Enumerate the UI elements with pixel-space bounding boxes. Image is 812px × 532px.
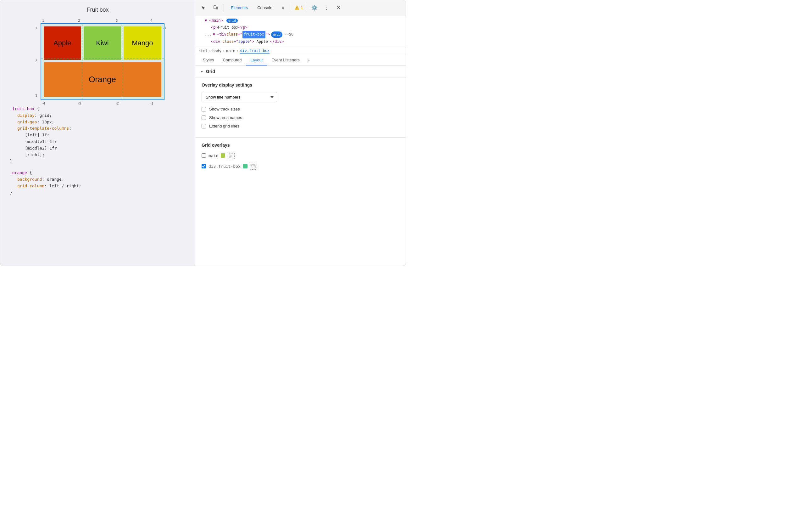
fruit-box-icon-btn[interactable] <box>250 163 257 170</box>
grid-overlays-section: Grid overlays main div.fruit-box <box>195 138 406 179</box>
overlay-settings-title: Overlay display settings <box>202 83 400 87</box>
dom-dollar: $0 <box>289 31 293 38</box>
checkbox-row-extend-lines: Extend grid lines <box>202 124 400 128</box>
code-prop-grid-template: grid-template-columns <box>17 126 69 131</box>
settings-icon-btn[interactable]: ⚙️ <box>309 3 320 13</box>
right-panel: Elements Console » ⚠️ 1 ⚙️ ⋮ ✕ ▼ <main> … <box>195 0 406 266</box>
label-area-names: Show area names <box>209 115 242 120</box>
svg-rect-1 <box>216 7 218 9</box>
overlay-row-main: main <box>202 152 400 159</box>
grid-num-top-2: 2 <box>78 19 80 22</box>
grid-num-bottom-3: -2 <box>116 102 119 105</box>
left-panel: Fruit box 1 2 3 4 1 2 3 -1 -4 -3 -2 -1 <box>0 0 195 266</box>
dropdown-row[interactable]: Show line numbers Show track sizes Show … <box>202 92 400 102</box>
code-block-fruit-box: .fruit-box { display: grid; grid-gap: 10… <box>10 106 186 165</box>
toolbar-divider-2 <box>291 4 291 12</box>
checkbox-row-track-sizes: Show track sizes <box>202 107 400 111</box>
warning-icon: ⚠️ <box>294 5 300 10</box>
dom-equals: == <box>284 31 289 38</box>
code-val-middle2: [middle2] 1fr <box>25 146 57 151</box>
label-track-sizes: Show track sizes <box>209 107 240 111</box>
grid-badge-fruit-box: grid <box>271 31 282 38</box>
cursor-icon-btn[interactable] <box>199 3 208 13</box>
code-section: .fruit-box { display: grid; grid-gap: 10… <box>10 106 186 196</box>
grid-num-left-3: 3 <box>35 94 38 97</box>
grid-section-label: Grid <box>206 69 215 74</box>
bc-body[interactable]: body <box>212 49 221 53</box>
label-extend-lines: Extend grid lines <box>209 124 239 128</box>
tab-event-listeners[interactable]: Event Listeners <box>267 55 304 66</box>
dom-ellipsis: ... <box>205 31 212 38</box>
grid-hline-1 <box>41 58 164 59</box>
console-tab-btn[interactable]: Console <box>253 3 276 12</box>
warning-indicator: ⚠️ 1 <box>294 5 303 10</box>
fruit-box-color-swatch <box>243 164 247 168</box>
grid-badge-main: grid <box>227 18 238 23</box>
code-val-left: [left] 1fr <box>25 132 49 137</box>
dom-line-fruit-box[interactable]: ... ▼ <div class="fruit-box"> grid == $0 <box>199 31 403 38</box>
dom-line-main[interactable]: ▼ <main> grid <box>199 17 403 24</box>
toolbar-divider-1 <box>223 4 224 12</box>
overlay-settings: Overlay display settings Show line numbe… <box>195 78 406 138</box>
more-options-btn[interactable]: ⋮ <box>321 3 332 13</box>
close-btn[interactable]: ✕ <box>333 3 344 13</box>
device-toggle-btn[interactable] <box>211 3 220 13</box>
grid-num-bottom-4: -1 <box>151 102 154 105</box>
grid-vline-1 <box>82 24 83 99</box>
grid-num-top-1: 1 <box>42 19 44 22</box>
checkbox-main-overlay[interactable] <box>202 153 206 158</box>
svg-rect-2 <box>229 154 233 157</box>
cell-kiwi: Kiwi <box>84 26 121 60</box>
code-selector-fruit-box: .fruit-box <box>10 107 34 111</box>
code-prop-display: display <box>17 113 34 118</box>
code-prop-background: background <box>17 177 42 182</box>
elements-tab-btn[interactable]: Elements <box>227 3 251 12</box>
cell-orange: Orange <box>44 62 161 97</box>
checkbox-extend-lines[interactable] <box>202 124 206 128</box>
collapse-triangle: ▼ <box>200 70 203 73</box>
overlay-row-fruit-box: div.fruit-box <box>202 163 400 170</box>
tab-computed[interactable]: Computed <box>218 55 246 66</box>
grid-visualization: 1 2 3 4 1 2 3 -1 -4 -3 -2 -1 Apple <box>29 18 167 106</box>
code-val-right: [right]; <box>25 152 45 157</box>
tab-layout[interactable]: Layout <box>246 55 267 66</box>
code-selector-orange: .orange <box>10 170 27 175</box>
checkbox-row-area-names: Show area names <box>202 115 400 120</box>
label-fruit-box-overlay: div.fruit-box <box>208 164 241 169</box>
devtools-toolbar: Elements Console » ⚠️ 1 ⚙️ ⋮ ✕ <box>195 0 406 15</box>
grid-num-bottom-2: -3 <box>78 102 81 105</box>
code-val-middle1: [middle1] 1fr <box>25 139 57 144</box>
tab-more[interactable]: » <box>304 55 313 66</box>
dom-line-p[interactable]: <p>Fruit box</p> <box>199 24 403 31</box>
label-main-overlay: main <box>208 153 218 158</box>
main-icon-btn[interactable] <box>228 152 235 159</box>
cell-apple: Apple <box>44 26 81 60</box>
code-block-orange: .orange { background: orange; grid-colum… <box>10 170 186 196</box>
toolbar-divider-3 <box>306 4 306 12</box>
dom-line-apple[interactable]: <div class="apple"> Apple </div> <box>199 38 403 45</box>
grid-num-left-2: 2 <box>35 59 38 62</box>
grid-section-header[interactable]: ▼ Grid <box>195 66 406 77</box>
svg-rect-0 <box>214 6 216 9</box>
checkbox-area-names[interactable] <box>202 115 206 120</box>
bc-main[interactable]: main <box>226 49 235 53</box>
warning-count: 1 <box>301 5 303 10</box>
grid-num-bottom-1: -4 <box>42 102 45 105</box>
grid-num-left-1: 1 <box>35 26 38 30</box>
svg-rect-7 <box>251 164 255 168</box>
dom-tree: ▼ <main> grid <p>Fruit box</p> ... ▼ <di… <box>195 15 406 47</box>
line-numbers-dropdown[interactable]: Show line numbers Show track sizes Show … <box>202 92 277 102</box>
checkbox-fruit-box-overlay[interactable] <box>202 164 206 168</box>
layout-content: ▼ Grid Overlay display settings Show lin… <box>195 66 406 266</box>
grid-num-top-3: 3 <box>116 19 118 22</box>
main-color-swatch <box>221 153 225 158</box>
bc-fruit-box[interactable]: div.fruit-box <box>240 48 270 54</box>
code-prop-grid-column: grid-column <box>17 183 44 188</box>
grid-overlays-title: Grid overlays <box>202 143 400 148</box>
tab-styles[interactable]: Styles <box>199 55 218 66</box>
bc-html[interactable]: html <box>199 49 207 53</box>
checkbox-track-sizes[interactable] <box>202 107 206 111</box>
panel-tabs: Styles Computed Layout Event Listeners » <box>195 55 406 66</box>
more-tabs-btn[interactable]: » <box>278 3 288 12</box>
code-prop-grid-gap: grid-gap <box>17 120 37 124</box>
